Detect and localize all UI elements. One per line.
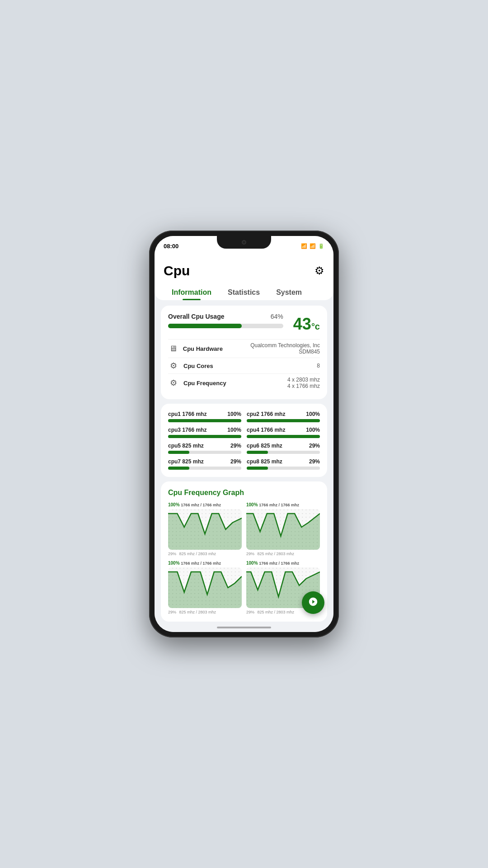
core-bar-fill-cpu7 (168, 467, 189, 470)
core-label-cpu4: cpu4 1766 mhz (247, 427, 285, 433)
status-bar: 08:00 📶 📶 🔋 (155, 236, 333, 256)
core-header-cpu7: cpu7 825 mhz 29% (168, 458, 241, 465)
wifi-icon: 📶 (301, 243, 307, 249)
core-percent-cpu4: 100% (306, 427, 320, 433)
core-header-cpu2: cpu2 1766 mhz 100% (247, 411, 320, 417)
core-bar-bg-cpu7 (168, 467, 241, 470)
content-area: Overall Cpu Usage 64% 43°c (155, 300, 333, 627)
usage-bar-section: Overall Cpu Usage 64% (168, 313, 283, 335)
header-row: Cpu ⚙ (164, 263, 324, 278)
mini-graph-1 (168, 509, 242, 550)
hardware-icon: 🖥 (168, 344, 178, 354)
cores-value: 8 (317, 363, 320, 369)
core-item-cpu5: cpu5 825 mhz 29% (168, 443, 241, 454)
core-bar-bg-cpu6 (247, 451, 320, 454)
core-label-cpu3: cpu3 1766 mhz (168, 427, 206, 433)
graph-footer-1: 29% 825 mhz / 2803 mhz (168, 552, 242, 556)
graph-header-4: 100% 1766 mhz / 1766 mhz (246, 561, 320, 566)
core-item-cpu6: cpu6 825 mhz 29% (247, 443, 320, 454)
info-row-cores: ⚙ Cpu Cores 8 (168, 358, 320, 373)
tab-system[interactable]: System (268, 285, 310, 300)
graph-header-1: 100% 1766 mhz / 1766 mhz (168, 502, 242, 507)
core-header-cpu6: cpu6 825 mhz 29% (247, 443, 320, 449)
status-icons: 📶 📶 🔋 (301, 243, 324, 249)
core-percent-cpu7: 29% (230, 458, 241, 465)
core-label-cpu6: cpu6 825 mhz (247, 443, 282, 449)
hardware-label: Cpu Hardware (183, 345, 228, 352)
camera-icon (242, 240, 246, 245)
core-bar-bg-cpu2 (247, 419, 320, 422)
graph-header-3: 100% 1766 mhz / 1766 mhz (168, 561, 242, 566)
core-label-cpu2: cpu2 1766 mhz (247, 411, 285, 417)
temperature-value: 43°c (293, 315, 320, 333)
app-header: Cpu ⚙ Information Statistics System (155, 256, 333, 300)
graphs-grid: 100% 1766 mhz / 1766 mhz (168, 502, 320, 614)
core-bar-fill-cpu3 (168, 435, 241, 438)
usage-top-row: Overall Cpu Usage 64% 43°c (168, 313, 320, 335)
temperature-section: 43°c (293, 316, 320, 332)
graph-title: Cpu Frequency Graph (168, 489, 320, 497)
core-bar-bg-cpu8 (247, 467, 320, 470)
core-percent-cpu6: 29% (309, 443, 320, 449)
core-item-cpu3: cpu3 1766 mhz 100% (168, 427, 241, 438)
core-bar-fill-cpu5 (168, 451, 189, 454)
core-bar-bg-cpu4 (247, 435, 320, 438)
core-item-cpu7: cpu7 825 mhz 29% (168, 458, 241, 470)
phone-screen: 08:00 📶 📶 🔋 Cpu ⚙ Informa (155, 236, 333, 632)
fab-icon (308, 597, 318, 609)
frequency-label: Cpu Frequency (183, 380, 229, 387)
core-percent-cpu3: 100% (227, 427, 241, 433)
tab-statistics[interactable]: Statistics (220, 285, 268, 300)
core-label-cpu7: cpu7 825 mhz (168, 458, 204, 465)
core-label-cpu8: cpu8 825 mhz (247, 458, 282, 465)
core-bar-fill-cpu1 (168, 419, 241, 422)
tabs-container: Information Statistics System (164, 285, 324, 300)
graph-footer-2: 29% 825 mhz / 2803 mhz (246, 552, 320, 556)
status-time: 08:00 (164, 243, 178, 250)
core-bar-fill-cpu4 (247, 435, 320, 438)
core-item-cpu2: cpu2 1766 mhz 100% (247, 411, 320, 422)
graph-footer-3: 29% 825 mhz / 2803 mhz (168, 610, 242, 614)
core-item-cpu8: cpu8 825 mhz 29% (247, 458, 320, 470)
cpu-cores-grid: cpu1 1766 mhz 100% cpu2 1766 mhz 100% (168, 411, 320, 470)
usage-label-row: Overall Cpu Usage 64% (168, 313, 283, 320)
core-header-cpu8: cpu8 825 mhz 29% (247, 458, 320, 465)
cores-label: Cpu Cores (183, 363, 229, 369)
core-label-cpu5: cpu5 825 mhz (168, 443, 204, 449)
phone-frame: 08:00 📶 📶 🔋 Cpu ⚙ Informa (149, 231, 339, 637)
battery-icon: 🔋 (318, 243, 324, 249)
core-bar-bg-cpu5 (168, 451, 241, 454)
tab-information[interactable]: Information (164, 285, 220, 300)
hardware-value: Qualcomm Technologies, Inc SDM845 (233, 342, 320, 355)
info-row-hardware: 🖥 Cpu Hardware Qualcomm Technologies, In… (168, 339, 320, 358)
app-title: Cpu (164, 263, 190, 278)
mini-graph-3 (168, 567, 242, 608)
core-label-cpu1: cpu1 1766 mhz (168, 411, 206, 417)
graph-header-2: 100% 1766 mhz / 1766 mhz (246, 502, 320, 507)
settings-button[interactable]: ⚙ (314, 264, 324, 277)
graph-item-2: 100% 1766 mhz / 1766 mhz (246, 502, 320, 556)
core-percent-cpu1: 100% (227, 411, 241, 417)
home-indicator (217, 627, 271, 628)
frequency-icon: ⚙ (168, 378, 179, 388)
cpu-cores-card: cpu1 1766 mhz 100% cpu2 1766 mhz 100% (161, 404, 327, 477)
signal-icon: 📶 (310, 243, 316, 249)
core-bar-fill-cpu6 (247, 451, 268, 454)
core-bar-bg-cpu3 (168, 435, 241, 438)
frequency-value: 4 x 2803 mhz 4 x 1766 mhz (287, 377, 320, 389)
mini-graph-2 (246, 509, 320, 550)
scroll-content[interactable]: Cpu ⚙ Information Statistics System (155, 256, 333, 632)
fab-button[interactable] (302, 591, 324, 614)
core-item-cpu4: cpu4 1766 mhz 100% (247, 427, 320, 438)
info-row-frequency: ⚙ Cpu Frequency 4 x 2803 mhz 4 x 1766 mh… (168, 373, 320, 392)
core-header-cpu1: cpu1 1766 mhz 100% (168, 411, 241, 417)
graph-item-1: 100% 1766 mhz / 1766 mhz (168, 502, 242, 556)
core-bar-fill-cpu2 (247, 419, 320, 422)
core-header-cpu4: cpu4 1766 mhz 100% (247, 427, 320, 433)
core-item-cpu1: cpu1 1766 mhz 100% (168, 411, 241, 422)
overall-label: Overall Cpu Usage (168, 313, 225, 320)
cores-icon: ⚙ (168, 361, 179, 371)
overall-progress-bar (168, 324, 283, 328)
overall-progress-fill (168, 324, 242, 328)
overall-percent: 64% (271, 313, 283, 320)
